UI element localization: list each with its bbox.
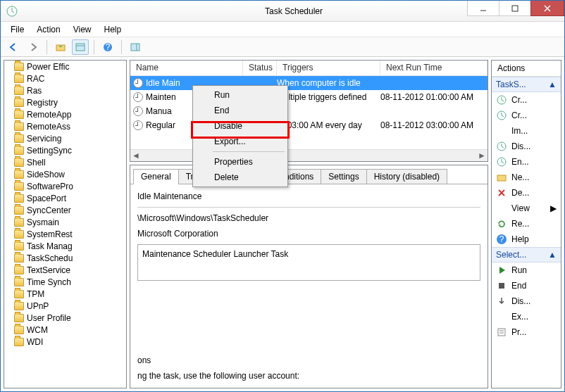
col-triggers[interactable]: Triggers: [277, 61, 380, 75]
actions-list-1: Cr...Cr...Im...Dis...En...Ne...De...View…: [492, 92, 561, 247]
action-item[interactable]: En...: [492, 154, 561, 170]
ctx-end[interactable]: End: [194, 103, 286, 118]
up-button[interactable]: [52, 39, 69, 55]
toggle-action-button[interactable]: [127, 39, 144, 55]
tab-body: Idle Maintenance \Microsoft\Windows\Task…: [130, 184, 488, 388]
ctx-properties[interactable]: Properties: [194, 154, 286, 170]
tab-general[interactable]: General: [133, 169, 179, 184]
ctx-delete[interactable]: Delete: [194, 170, 286, 185]
tree-label: Ras: [27, 86, 42, 96]
action-item[interactable]: Pr...: [492, 324, 561, 340]
listview-header[interactable]: Name Status Triggers Next Run Time: [130, 61, 488, 76]
tree-item[interactable]: Power Effic: [4, 61, 126, 72]
ctx-export[interactable]: Export...: [194, 134, 286, 149]
action-item[interactable]: Cr...: [492, 92, 561, 108]
none-icon: [496, 125, 507, 137]
none-icon: [496, 203, 507, 214]
toggle-pane-button[interactable]: [72, 39, 89, 55]
col-next[interactable]: Next Run Time: [380, 61, 488, 75]
h-scrollbar[interactable]: ◄►: [130, 149, 488, 161]
tree-item[interactable]: TaskSchedu: [4, 252, 126, 264]
tree-label: SyncCenter: [27, 206, 71, 215]
maximize-button[interactable]: [499, 1, 531, 16]
minimize-button[interactable]: [467, 1, 499, 16]
menu-file[interactable]: File: [5, 23, 30, 36]
ctx-run[interactable]: Run: [194, 87, 286, 103]
tab-settings[interactable]: Settings: [321, 169, 366, 184]
tree-item[interactable]: SpacePort: [4, 192, 126, 204]
action-item[interactable]: Run: [492, 263, 561, 278]
context-menu: Run End Disable Export... Properties Del…: [192, 85, 288, 187]
folder-icon: [14, 134, 24, 143]
tree-item[interactable]: Sysmain: [4, 216, 126, 228]
tree-item[interactable]: SystemRest: [4, 228, 126, 240]
tab-history[interactable]: History (disabled): [366, 169, 447, 184]
task-row[interactable]: RegularAt 03:00 AM every day08-11-2012 0…: [130, 118, 488, 132]
action-item[interactable]: ?Help: [492, 232, 561, 247]
menu-action[interactable]: Action: [31, 23, 66, 36]
task-description[interactable]: Maintenance Scheduler Launcher Task: [137, 244, 480, 281]
menu-help[interactable]: Help: [99, 23, 128, 36]
tree-item[interactable]: RAC: [4, 72, 126, 84]
refresh-icon: [496, 218, 507, 229]
folder-icon: [14, 278, 24, 286]
forward-button[interactable]: [25, 39, 42, 55]
tree-item[interactable]: SoftwarePro: [4, 180, 126, 192]
action-label: Cr...: [511, 110, 527, 120]
folder-icon: [14, 146, 24, 155]
action-label: Re...: [511, 219, 529, 229]
action-item[interactable]: Im...: [492, 123, 561, 139]
back-button[interactable]: [5, 39, 22, 55]
tree-item[interactable]: SideShow: [4, 168, 126, 180]
titlebar[interactable]: Task Scheduler: [1, 1, 564, 22]
tree-item[interactable]: RemoteApp: [4, 108, 126, 120]
action-item[interactable]: De...: [492, 185, 561, 201]
task-listview[interactable]: Name Status Triggers Next Run Time Idle …: [130, 61, 488, 149]
tree-item[interactable]: Shell: [4, 156, 126, 168]
tree-item[interactable]: TPM: [4, 288, 126, 300]
tree-label: Time Synch: [27, 277, 71, 287]
col-name[interactable]: Name: [130, 61, 243, 75]
menu-view[interactable]: View: [68, 23, 97, 36]
clock-icon: [133, 120, 143, 130]
help-button[interactable]: ?: [99, 39, 116, 55]
task-row[interactable]: Manua: [130, 104, 488, 118]
task-row[interactable]: MaintenMultiple triggers defined08-11-20…: [130, 90, 488, 104]
actions-section-selection[interactable]: Select...▲: [492, 247, 561, 263]
action-item[interactable]: End: [492, 278, 561, 293]
action-item[interactable]: Dis...: [492, 293, 561, 309]
action-item[interactable]: Ex...: [492, 309, 561, 324]
action-item[interactable]: Re...: [492, 216, 561, 232]
tree-label: WCM: [27, 325, 48, 335]
tree-item[interactable]: Time Synch: [4, 276, 126, 288]
task-triggers-cell: When computer is idle: [277, 78, 380, 88]
tree-item[interactable]: Servicing: [4, 132, 126, 144]
task-list-pane: Name Status Triggers Next Run Time Idle …: [130, 60, 488, 162]
tree-item[interactable]: Registry: [4, 96, 126, 108]
action-item[interactable]: Ne...: [492, 170, 561, 185]
tree-item[interactable]: Task Manag: [4, 240, 126, 252]
tree-item[interactable]: WDI: [4, 336, 126, 348]
tree-item[interactable]: User Profile: [4, 312, 126, 324]
task-row[interactable]: Idle MainWhen computer is idle: [130, 76, 488, 90]
ctx-disable[interactable]: Disable: [194, 118, 286, 134]
action-item[interactable]: Dis...: [492, 139, 561, 154]
tree-item[interactable]: UPnP: [4, 300, 126, 312]
actions-section-node[interactable]: TaskS...▲: [492, 77, 561, 92]
tree-item[interactable]: Ras: [4, 84, 126, 96]
tree-item[interactable]: WCM: [4, 324, 126, 336]
truncated-text: ng the task, use the following user acco…: [137, 371, 480, 381]
close-button[interactable]: [530, 1, 564, 16]
tree-item[interactable]: RemoteAss: [4, 120, 126, 132]
tree-item[interactable]: SettingSync: [4, 144, 126, 156]
action-item[interactable]: Cr...: [492, 108, 561, 123]
task-name: Idle Maintenance: [137, 191, 480, 201]
menubar: File Action View Help: [1, 22, 564, 37]
task-next-cell: 08-11-2012 01:00:00 AM: [380, 92, 488, 102]
tree-pane[interactable]: Power EfficRACRasRegistryRemoteAppRemote…: [4, 60, 127, 388]
action-item[interactable]: View▶: [492, 201, 561, 216]
tree-item[interactable]: SyncCenter: [4, 204, 126, 216]
col-status[interactable]: Status: [243, 61, 277, 75]
tree-item[interactable]: TextService: [4, 264, 126, 276]
folder-icon: [14, 218, 24, 227]
